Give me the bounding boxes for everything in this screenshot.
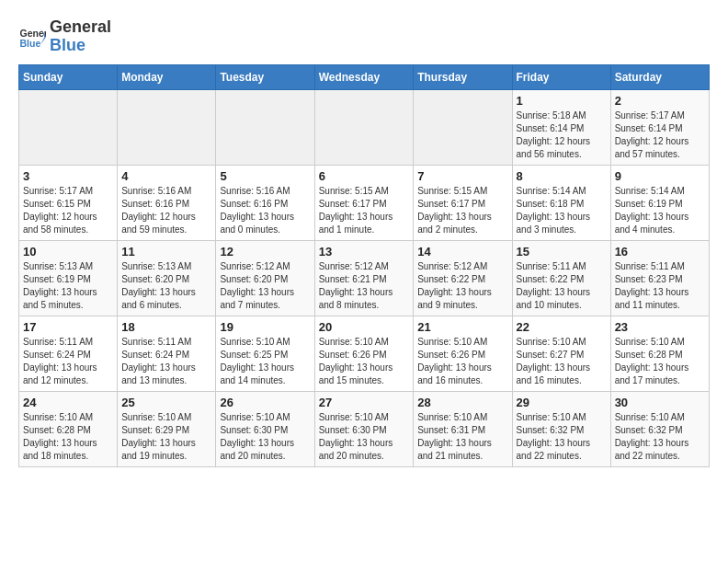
day-info: Sunrise: 5:17 AM Sunset: 6:14 PM Dayligh… — [615, 109, 705, 161]
day-number: 1 — [517, 94, 607, 108]
day-number: 12 — [220, 245, 310, 259]
calendar-cell: 8Sunrise: 5:14 AM Sunset: 6:18 PM Daylig… — [512, 165, 610, 240]
day-number: 18 — [121, 320, 211, 334]
day-number: 13 — [319, 245, 410, 259]
day-number: 9 — [615, 169, 705, 183]
day-number: 14 — [417, 245, 507, 259]
day-number: 17 — [23, 320, 113, 334]
day-number: 11 — [121, 245, 211, 259]
day-info: Sunrise: 5:10 AM Sunset: 6:28 PM Dayligh… — [23, 411, 113, 463]
day-info: Sunrise: 5:10 AM Sunset: 6:30 PM Dayligh… — [220, 411, 310, 463]
calendar-cell — [314, 89, 414, 165]
day-info: Sunrise: 5:10 AM Sunset: 6:30 PM Dayligh… — [319, 411, 410, 463]
day-info: Sunrise: 5:12 AM Sunset: 6:22 PM Dayligh… — [417, 260, 507, 312]
day-number: 25 — [121, 396, 211, 409]
calendar-cell: 11Sunrise: 5:13 AM Sunset: 6:20 PM Dayli… — [118, 240, 216, 316]
calendar-header: SundayMondayTuesdayWednesdayThursdayFrid… — [19, 64, 710, 89]
day-number: 19 — [220, 320, 310, 334]
weekday-header: Thursday — [414, 64, 512, 89]
day-number: 23 — [615, 320, 705, 334]
day-info: Sunrise: 5:11 AM Sunset: 6:23 PM Dayligh… — [615, 260, 705, 312]
calendar-week-row: 1Sunrise: 5:18 AM Sunset: 6:14 PM Daylig… — [19, 89, 710, 165]
calendar-cell — [414, 89, 512, 165]
calendar-cell: 23Sunrise: 5:10 AM Sunset: 6:28 PM Dayli… — [610, 316, 709, 391]
calendar-cell — [19, 89, 118, 165]
day-info: Sunrise: 5:14 AM Sunset: 6:19 PM Dayligh… — [615, 185, 705, 236]
day-info: Sunrise: 5:11 AM Sunset: 6:24 PM Dayligh… — [23, 336, 113, 387]
day-number: 15 — [517, 245, 607, 259]
logo: General Blue GeneralBlue — [18, 18, 111, 55]
day-info: Sunrise: 5:10 AM Sunset: 6:32 PM Dayligh… — [615, 411, 705, 463]
day-number: 24 — [23, 396, 113, 409]
day-number: 27 — [319, 396, 410, 409]
weekday-header: Wednesday — [314, 64, 414, 89]
day-number: 21 — [417, 320, 507, 334]
calendar-cell: 29Sunrise: 5:10 AM Sunset: 6:32 PM Dayli… — [512, 391, 610, 466]
calendar-cell: 22Sunrise: 5:10 AM Sunset: 6:27 PM Dayli… — [512, 316, 610, 391]
day-number: 20 — [319, 320, 410, 334]
calendar-cell: 15Sunrise: 5:11 AM Sunset: 6:22 PM Dayli… — [512, 240, 610, 316]
day-info: Sunrise: 5:12 AM Sunset: 6:21 PM Dayligh… — [319, 260, 410, 312]
day-info: Sunrise: 5:10 AM Sunset: 6:25 PM Dayligh… — [220, 336, 310, 387]
calendar-cell: 3Sunrise: 5:17 AM Sunset: 6:15 PM Daylig… — [19, 165, 118, 240]
day-number: 3 — [23, 169, 113, 183]
calendar-cell: 19Sunrise: 5:10 AM Sunset: 6:25 PM Dayli… — [216, 316, 314, 391]
weekday-header: Saturday — [610, 64, 709, 89]
calendar-cell: 25Sunrise: 5:10 AM Sunset: 6:29 PM Dayli… — [118, 391, 216, 466]
day-info: Sunrise: 5:15 AM Sunset: 6:17 PM Dayligh… — [417, 185, 507, 236]
day-info: Sunrise: 5:14 AM Sunset: 6:18 PM Dayligh… — [517, 185, 607, 236]
day-info: Sunrise: 5:10 AM Sunset: 6:31 PM Dayligh… — [417, 411, 507, 463]
calendar-cell: 9Sunrise: 5:14 AM Sunset: 6:19 PM Daylig… — [610, 165, 709, 240]
calendar-cell: 16Sunrise: 5:11 AM Sunset: 6:23 PM Dayli… — [610, 240, 709, 316]
day-number: 28 — [417, 396, 507, 409]
calendar-cell: 6Sunrise: 5:15 AM Sunset: 6:17 PM Daylig… — [314, 165, 414, 240]
calendar-week-row: 10Sunrise: 5:13 AM Sunset: 6:19 PM Dayli… — [19, 240, 710, 316]
day-info: Sunrise: 5:11 AM Sunset: 6:24 PM Dayligh… — [121, 336, 211, 387]
day-number: 10 — [23, 245, 113, 259]
calendar-cell — [118, 89, 216, 165]
day-info: Sunrise: 5:10 AM Sunset: 6:29 PM Dayligh… — [121, 411, 211, 463]
day-number: 6 — [319, 169, 410, 183]
calendar-cell: 4Sunrise: 5:16 AM Sunset: 6:16 PM Daylig… — [118, 165, 216, 240]
logo-icon: General Blue — [18, 23, 46, 51]
calendar-cell: 7Sunrise: 5:15 AM Sunset: 6:17 PM Daylig… — [414, 165, 512, 240]
calendar-cell: 18Sunrise: 5:11 AM Sunset: 6:24 PM Dayli… — [118, 316, 216, 391]
day-number: 8 — [517, 169, 607, 183]
calendar-cell: 14Sunrise: 5:12 AM Sunset: 6:22 PM Dayli… — [414, 240, 512, 316]
day-number: 16 — [615, 245, 705, 259]
calendar-cell: 1Sunrise: 5:18 AM Sunset: 6:14 PM Daylig… — [512, 89, 610, 165]
calendar-cell: 21Sunrise: 5:10 AM Sunset: 6:26 PM Dayli… — [414, 316, 512, 391]
day-info: Sunrise: 5:10 AM Sunset: 6:27 PM Dayligh… — [517, 336, 607, 387]
day-number: 4 — [121, 169, 211, 183]
calendar-cell: 5Sunrise: 5:16 AM Sunset: 6:16 PM Daylig… — [216, 165, 314, 240]
page-header: General Blue GeneralBlue — [18, 18, 710, 55]
calendar-table: SundayMondayTuesdayWednesdayThursdayFrid… — [18, 64, 710, 467]
calendar-cell — [216, 89, 314, 165]
calendar-cell: 28Sunrise: 5:10 AM Sunset: 6:31 PM Dayli… — [414, 391, 512, 466]
calendar-cell: 17Sunrise: 5:11 AM Sunset: 6:24 PM Dayli… — [19, 316, 118, 391]
day-info: Sunrise: 5:16 AM Sunset: 6:16 PM Dayligh… — [220, 185, 310, 236]
day-info: Sunrise: 5:18 AM Sunset: 6:14 PM Dayligh… — [517, 109, 607, 161]
calendar-week-row: 24Sunrise: 5:10 AM Sunset: 6:28 PM Dayli… — [19, 391, 710, 466]
calendar-week-row: 3Sunrise: 5:17 AM Sunset: 6:15 PM Daylig… — [19, 165, 710, 240]
weekday-header: Friday — [512, 64, 610, 89]
svg-text:Blue: Blue — [20, 37, 41, 48]
day-info: Sunrise: 5:10 AM Sunset: 6:26 PM Dayligh… — [417, 336, 507, 387]
calendar-cell: 30Sunrise: 5:10 AM Sunset: 6:32 PM Dayli… — [610, 391, 709, 466]
logo-text: GeneralBlue — [50, 18, 111, 55]
day-info: Sunrise: 5:10 AM Sunset: 6:28 PM Dayligh… — [615, 336, 705, 387]
day-number: 5 — [220, 169, 310, 183]
calendar-cell: 26Sunrise: 5:10 AM Sunset: 6:30 PM Dayli… — [216, 391, 314, 466]
day-info: Sunrise: 5:10 AM Sunset: 6:26 PM Dayligh… — [319, 336, 410, 387]
day-number: 29 — [517, 396, 607, 409]
calendar-cell: 24Sunrise: 5:10 AM Sunset: 6:28 PM Dayli… — [19, 391, 118, 466]
weekday-header: Sunday — [19, 64, 118, 89]
calendar-cell: 20Sunrise: 5:10 AM Sunset: 6:26 PM Dayli… — [314, 316, 414, 391]
day-info: Sunrise: 5:12 AM Sunset: 6:20 PM Dayligh… — [220, 260, 310, 312]
day-number: 26 — [220, 396, 310, 409]
calendar-cell: 2Sunrise: 5:17 AM Sunset: 6:14 PM Daylig… — [610, 89, 709, 165]
calendar-week-row: 17Sunrise: 5:11 AM Sunset: 6:24 PM Dayli… — [19, 316, 710, 391]
day-number: 7 — [417, 169, 507, 183]
day-number: 2 — [615, 94, 705, 108]
calendar-body: 1Sunrise: 5:18 AM Sunset: 6:14 PM Daylig… — [19, 89, 710, 466]
